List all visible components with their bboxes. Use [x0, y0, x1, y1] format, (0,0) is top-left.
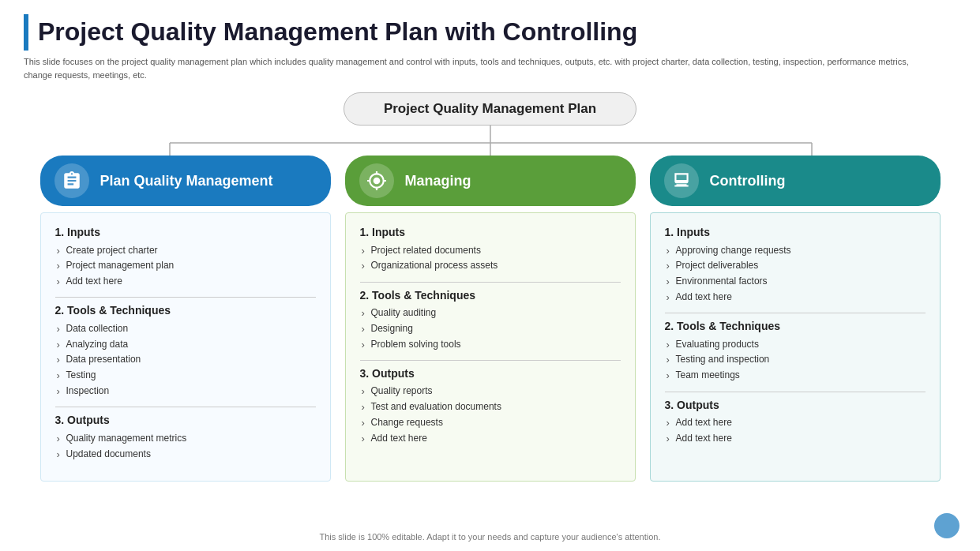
divider [665, 313, 926, 313]
footer-text: This slide is 100% editable. Adapt it to… [0, 532, 980, 542]
top-label-container: Project Quality Management Plan [24, 92, 956, 126]
list-item: Updated documents [55, 446, 316, 462]
managing-section-3-title: 3. Outputs [360, 367, 621, 380]
col-header-managing: Managing [345, 156, 636, 206]
divider [360, 360, 621, 361]
list-item: Project deliverables [665, 258, 926, 274]
managing-section-2-title: 2. Tools & Techniques [360, 289, 621, 302]
list-item: Environmental factors [665, 274, 926, 290]
list-item: Add text here [360, 430, 621, 446]
list-item: Problem solving tools [360, 336, 621, 352]
subtitle-text: This slide focuses on the project qualit… [24, 55, 932, 81]
main-title: Project Quality Management Plan with Con… [38, 18, 637, 46]
managing-outputs-list: Quality reports Test and evaluation docu… [360, 384, 621, 446]
monitor-icon [671, 171, 692, 191]
managing-section-1-title: 1. Inputs [360, 226, 621, 238]
col-title-managing: Managing [405, 173, 471, 189]
list-item: Project management plan [55, 258, 316, 274]
clipboard-icon [62, 171, 82, 191]
list-item: Add text here [665, 289, 926, 305]
plan-tools-list: Data collection Analyzing data Data pres… [55, 320, 316, 399]
col-header-plan: Plan Quality Management [40, 156, 331, 206]
list-item: Data collection [55, 320, 316, 336]
divider [55, 297, 316, 298]
plan-section-2-title: 2. Tools & Techniques [55, 304, 316, 317]
controlling-section-1-title: 1. Inputs [665, 226, 926, 238]
list-item: Organizational process assets [360, 258, 621, 274]
controlling-icon [664, 163, 699, 198]
controlling-outputs-list: Add text here Add text here [665, 415, 926, 447]
list-item: Data presentation [55, 352, 316, 368]
plan-outputs-list: Quality management metrics Updated docum… [55, 430, 316, 462]
column-controlling: Controlling 1. Inputs Approving change r… [650, 156, 941, 482]
list-item: Designing [360, 320, 621, 336]
controlling-inputs-list: Approving change requests Project delive… [665, 242, 926, 305]
columns-area: Plan Quality Management 1. Inputs Create… [24, 156, 956, 482]
page: Project Quality Management Plan with Con… [0, 0, 980, 551]
list-item: Test and evaluation documents [360, 399, 621, 415]
connector-lines [24, 126, 956, 156]
controlling-section-2-title: 2. Tools & Techniques [665, 320, 926, 332]
list-item: Evaluating products [665, 336, 926, 352]
watermark-circle [934, 513, 959, 538]
list-item: Add text here [55, 274, 316, 290]
list-item: Analyzing data [55, 336, 316, 352]
list-item: Change requests [360, 415, 621, 431]
settings-icon [366, 171, 387, 191]
col-body-plan: 1. Inputs Create project charter Project… [40, 212, 331, 482]
plan-icon [54, 163, 89, 198]
managing-tools-list: Quality auditing Designing Problem solvi… [360, 305, 621, 352]
divider [360, 282, 621, 283]
controlling-section-3-title: 3. Outputs [665, 399, 926, 411]
title-bar: Project Quality Management Plan with Con… [24, 14, 956, 51]
controlling-tools-list: Evaluating products Testing and inspecti… [665, 336, 926, 383]
list-item: Inspection [55, 384, 316, 399]
managing-icon [359, 163, 394, 198]
col-header-controlling: Controlling [650, 156, 941, 206]
col-title-plan: Plan Quality Management [100, 173, 273, 189]
column-plan: Plan Quality Management 1. Inputs Create… [40, 156, 331, 482]
top-label-box: Project Quality Management Plan [344, 92, 636, 126]
column-managing: Managing 1. Inputs Project related docum… [345, 156, 636, 482]
list-item: Add text here [665, 415, 926, 431]
list-item: Quality auditing [360, 305, 621, 321]
list-item: Approving change requests [665, 242, 926, 258]
list-item: Add text here [665, 430, 926, 446]
divider [665, 392, 926, 392]
list-item: Quality reports [360, 384, 621, 399]
divider [55, 407, 316, 407]
list-item: Testing [55, 368, 316, 384]
managing-inputs-list: Project related documents Organizational… [360, 242, 621, 274]
list-item: Create project charter [55, 242, 316, 258]
col-body-managing: 1. Inputs Project related documents Orga… [345, 212, 636, 482]
plan-section-3-title: 3. Outputs [55, 414, 316, 426]
list-item: Quality management metrics [55, 430, 316, 446]
plan-inputs-list: Create project charter Project managemen… [55, 242, 316, 289]
col-body-controlling: 1. Inputs Approving change requests Proj… [650, 212, 941, 482]
list-item: Team meetings [665, 368, 926, 384]
title-accent [24, 14, 28, 51]
list-item: Testing and inspection [665, 352, 926, 368]
list-item: Project related documents [360, 242, 621, 258]
plan-section-1-title: 1. Inputs [55, 226, 316, 238]
col-title-controlling: Controlling [710, 173, 786, 189]
